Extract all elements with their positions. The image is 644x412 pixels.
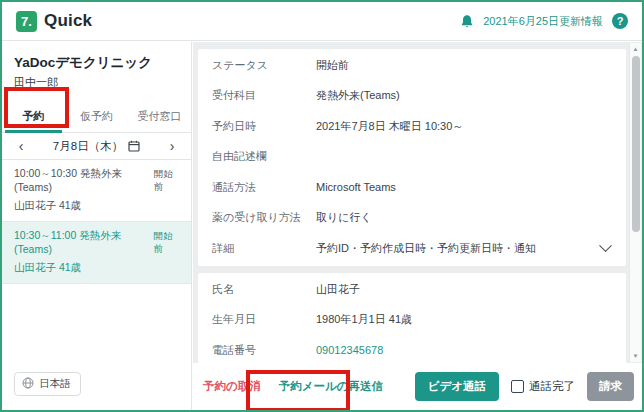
appointment-item[interactable]: 10:00～10:30 発熱外来(Teams) 開始前 山田花子 41歳 (2, 160, 191, 222)
tab-reservation[interactable]: 予約 (2, 100, 65, 132)
prev-day-button[interactable]: ‹ (14, 138, 28, 154)
current-date-label: 7月8日（木） (53, 139, 123, 154)
clinic-block: YaDocデモクリニック 田中一郎 (2, 42, 191, 96)
call-done-checkbox[interactable] (511, 380, 524, 393)
appointment-patient: 山田花子 41歳 (14, 261, 181, 275)
scrollbar-thumb[interactable] (632, 56, 640, 232)
tab-reception-desk[interactable]: 受付窓口 (128, 100, 191, 132)
doctor-name: 田中一郎 (14, 75, 179, 90)
call-done-label: 通話完了 (529, 379, 575, 394)
phone-number-link[interactable]: 09012345678 (316, 344, 383, 356)
language-label: 日本語 (39, 377, 71, 391)
topbar-right: 2021年6月25日更新情報 ? (460, 13, 628, 29)
resend-reservation-mail-link[interactable]: 予約メールの再送信 (279, 379, 383, 394)
patient-detail-card: 氏名 山田花子 生年月日 1980年1月1日 41歳 電話番号 09012345… (198, 273, 626, 363)
sidebar: YaDocデモクリニック 田中一郎 予約 仮予約 受付窓口 ‹ 7月8日（木） … (2, 42, 192, 410)
call-done-checkbox-wrap[interactable]: 通話完了 (511, 379, 575, 394)
sidebar-tabs: 予約 仮予約 受付窓口 (2, 100, 191, 133)
scroll-up-icon[interactable]: ▲ (630, 46, 641, 52)
date-navigation: ‹ 7月8日（木） › (2, 133, 191, 160)
detail-row-status: ステータス 開始前 (198, 50, 626, 81)
language-button[interactable]: 日本語 (14, 372, 81, 396)
update-info-link[interactable]: 2021年6月25日更新情報 (483, 14, 603, 29)
help-icon[interactable]: ? (612, 13, 628, 29)
video-call-button[interactable]: ビデオ通話 (415, 372, 499, 401)
scrollbar[interactable]: ▲ ▼ (629, 43, 641, 362)
footer-right-group: ビデオ通話 通話完了 請求 (415, 372, 634, 401)
footer-action-bar: 予約の取消 予約メールの再送信 ビデオ通話 通話完了 請求 (193, 363, 642, 410)
detail-row-free-text: 自由記述欄 (198, 142, 626, 173)
tab-provisional-reservation[interactable]: 仮予約 (65, 100, 128, 132)
app-window: 7. Quick 2021年6月25日更新情報 ? YaDocデモクリニック 田… (0, 0, 644, 412)
clinic-name: YaDocデモクリニック (14, 54, 179, 72)
top-bar: 7. Quick 2021年6月25日更新情報 ? (2, 2, 642, 41)
detail-row-phone: 電話番号 09012345678 (198, 335, 626, 363)
reservation-detail-card: ステータス 開始前 受付科目 発熱外来(Teams) 予約日時 2021年7月8… (198, 49, 626, 266)
globe-icon (22, 377, 34, 391)
detail-row-datetime: 予約日時 2021年7月8日 木曜日 10:30～ (198, 111, 626, 142)
date-picker[interactable]: 7月8日（木） (28, 139, 165, 154)
detail-row-department: 受付科目 発熱外来(Teams) (198, 81, 626, 112)
chevron-down-icon[interactable] (599, 239, 612, 252)
detail-row-medicine-pickup: 薬の受け取り方法 取りに行く (198, 203, 626, 234)
app-title: Quick (44, 11, 92, 31)
detail-row-birthdate: 生年月日 1980年1月1日 41歳 (198, 305, 626, 336)
yadoc-logo-icon: 7. (16, 11, 37, 32)
appointment-title: 10:00～10:30 発熱外来(Teams) (14, 167, 154, 193)
detail-row-name: 氏名 山田花子 (198, 274, 626, 305)
billing-button[interactable]: 請求 (587, 372, 634, 401)
appointment-item-selected[interactable]: 10:30～11:00 発熱外来(Teams) 開始前 山田花子 41歳 (2, 222, 191, 284)
appointment-patient: 山田花子 41歳 (14, 199, 181, 213)
app-logo: 7. Quick (16, 11, 92, 32)
detail-row-call-method: 通話方法 Microsoft Teams (198, 172, 626, 203)
cancel-reservation-link[interactable]: 予約の取消 (203, 379, 261, 394)
scroll-down-icon[interactable]: ▼ (630, 353, 641, 359)
notification-bell-icon[interactable] (460, 14, 474, 29)
appointment-title: 10:30～11:00 発熱外来(Teams) (14, 229, 154, 255)
detail-row-details[interactable]: 詳細 予約ID・予約作成日時・予約更新日時・通知 (198, 233, 626, 264)
calendar-icon (128, 140, 140, 152)
appointment-status-badge: 開始前 (154, 229, 181, 256)
appointment-status-badge: 開始前 (154, 167, 181, 194)
next-day-button[interactable]: › (165, 138, 179, 154)
detail-panel: ステータス 開始前 受付科目 発熱外来(Teams) 予約日時 2021年7月8… (193, 42, 642, 363)
